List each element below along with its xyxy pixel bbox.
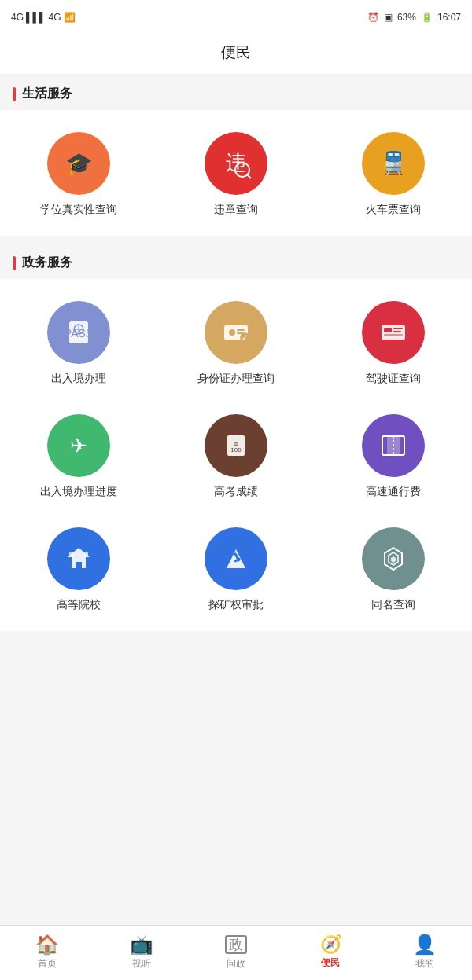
nav-service-label: 便民 [321,956,340,970]
train-item[interactable]: 🚆 火车票查询 [315,118,472,231]
nav-home-label: 首页 [38,957,57,971]
nav-politics-label: 问政 [227,957,245,971]
service-icon: 🧭 [320,936,341,953]
driver-item[interactable]: 驾驶证查询 [315,287,472,400]
violation-icon: 违 [219,146,253,181]
section-bar-icon [13,87,16,101]
passport-item[interactable]: PASS 出入境办理 [0,287,157,400]
status-bar: 4G ▌▌▌ 4G 📶 ⏰ ▣ 63% 🔋 16:07 [0,0,472,35]
train-label: 火车票查询 [366,203,421,217]
degree-icon-circle: 🎓 [47,132,110,195]
svg-text:✈: ✈ [70,434,87,457]
violation-label: 违章查询 [214,203,258,217]
violation-item[interactable]: 违 违章查询 [157,118,315,231]
life-services-grid: 🎓 学位真实性查询 违 违章查询 🚆 火车票查询 [0,110,472,236]
driver-label: 驾驶证查询 [366,372,421,386]
border-progress-icon: ✈ [61,428,96,463]
section-life-header: 生活服务 [0,75,472,110]
same-name-icon-circle [362,527,425,590]
highway-icon [376,428,411,463]
same-name-item[interactable]: 同名查询 [315,513,472,626]
svg-text:100: 100 [230,446,242,453]
degree-item[interactable]: 🎓 学位真实性查询 [0,118,157,231]
gaokao-icon-circle: ≡ 100 [205,414,267,477]
svg-rect-18 [393,328,403,329]
signal-bars: ▌▌▌ [26,12,46,23]
highway-icon-circle [362,414,425,477]
svg-rect-12 [237,329,245,331]
home-icon: 🏠 [35,935,59,954]
svg-marker-38 [391,556,396,563]
train-icon-circle: 🚆 [362,132,425,195]
train-icon: 🚆 [376,146,411,181]
alarm-icon: ⏰ [367,12,379,23]
svg-rect-17 [384,328,392,332]
gaokao-item[interactable]: ≡ 100 高考成绩 [157,400,315,513]
page-header: 便民 [0,35,472,75]
time-text: 16:07 [437,12,461,23]
nav-media-label: 视听 [132,957,151,971]
university-icon-circle [47,527,110,590]
same-name-label: 同名查询 [371,598,415,612]
degree-label: 学位真实性查询 [40,203,117,217]
bottom-nav: 🏠 首页 📺 视听 政 问政 🧭 便民 👤 我的 [0,925,472,980]
wifi-icon: 📶 [64,12,76,23]
gaokao-icon: ≡ 100 [219,428,253,463]
section-life-title: 生活服务 [22,86,72,102]
system-info: ⏰ ▣ 63% 🔋 16:07 [367,12,461,23]
driver-icon [376,315,411,350]
passport-icon: PASS [61,315,96,350]
border-progress-label: 出入境办理进度 [40,485,117,499]
svg-line-3 [247,174,251,178]
nav-mine[interactable]: 👤 我的 [378,926,472,980]
signal-info: 4G ▌▌▌ 4G 📶 [11,12,76,23]
svg-text:🎓: 🎓 [65,151,93,177]
mining-icon [219,541,253,576]
border-progress-item[interactable]: ✈ 出入境办理进度 [0,400,157,513]
university-item[interactable]: 高等院校 [0,513,157,626]
mine-icon: 👤 [413,935,437,954]
nav-politics[interactable]: 政 问政 [189,926,283,980]
passport-icon-circle: PASS [47,301,110,364]
signal-4g2: 4G [49,12,61,23]
same-name-icon [376,541,411,576]
section-gov-header: 政务服务 [0,244,472,279]
mining-item[interactable]: 探矿权审批 [157,513,315,626]
separator-1 [0,236,472,244]
battery-icon: 🔋 [421,12,433,23]
highway-item[interactable]: 高速通行费 [315,400,472,513]
gov-services-grid: PASS 出入境办理 ✓ 身份证办理查询 [0,279,472,631]
nav-mine-label: 我的 [415,957,434,971]
nav-home[interactable]: 🏠 首页 [0,926,94,980]
media-icon: 📺 [130,935,153,954]
id-card-icon-circle: ✓ [205,301,267,364]
nav-service[interactable]: 🧭 便民 [283,926,378,980]
university-label: 高等院校 [57,598,101,612]
battery-text: 63% [397,12,416,23]
id-card-icon: ✓ [219,315,253,350]
mining-label: 探矿权审批 [208,598,264,612]
svg-text:✓: ✓ [242,333,248,342]
svg-rect-32 [84,552,88,557]
nav-media[interactable]: 📺 视听 [94,926,189,980]
svg-rect-19 [393,331,401,332]
svg-rect-29 [76,562,82,568]
svg-rect-20 [384,334,403,336]
politics-icon: 政 [225,935,247,954]
section-gov-title: 政务服务 [22,255,72,271]
screen-icon: ▣ [384,12,393,23]
bottom-spacer [0,631,472,694]
mining-icon-circle [205,527,267,590]
id-card-item[interactable]: ✓ 身份证办理查询 [157,287,315,400]
violation-icon-circle: 违 [205,132,267,195]
passport-label: 出入境办理 [51,372,106,386]
svg-marker-33 [227,549,245,568]
page-title: 便民 [221,44,251,61]
driver-icon-circle [362,301,425,364]
id-card-label: 身份证办理查询 [197,372,275,386]
svg-text:🚆: 🚆 [380,150,407,176]
gaokao-label: 高考成绩 [214,485,258,499]
border-progress-icon-circle: ✈ [47,414,110,477]
university-icon [61,541,96,576]
svg-point-11 [229,329,235,336]
